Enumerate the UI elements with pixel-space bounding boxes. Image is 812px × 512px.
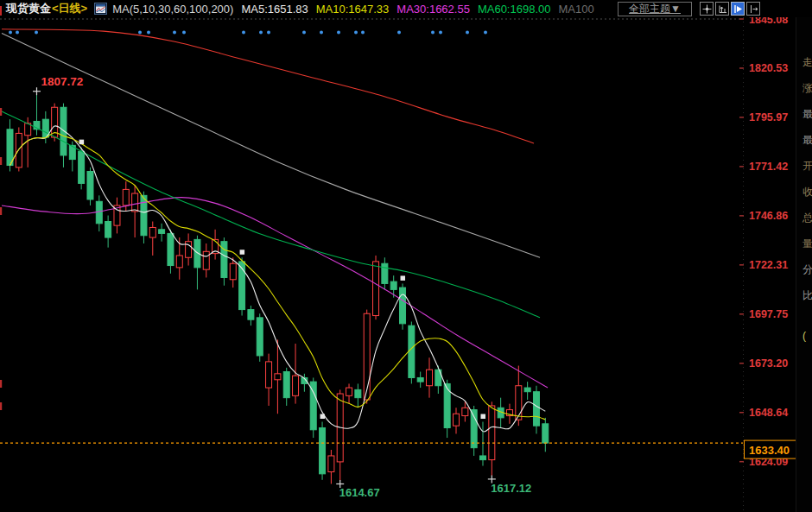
shift-right-icon[interactable] [746, 2, 760, 16]
event-dot [9, 31, 12, 35]
playback-icon[interactable] [731, 2, 745, 16]
candle-body [123, 189, 129, 205]
left-clipped-mark [0, 157, 2, 165]
clipped-quote-glyph: 开 [802, 159, 812, 174]
candle-body [454, 414, 460, 426]
axis-label: 1697.75 [749, 308, 788, 320]
candle-marker [79, 140, 85, 145]
candle-body [275, 374, 281, 380]
axis-label: 1746.86 [749, 210, 788, 222]
period-label: <日线> [52, 1, 87, 16]
ma-settings-label: MA(5,10,30,60,100,200) [112, 3, 233, 16]
candle-body [542, 424, 549, 443]
candle-body [328, 456, 334, 472]
clipped-quote-glyph: 最 [802, 107, 812, 122]
candle-body [320, 427, 326, 473]
axis-label: 1845.08 [749, 17, 788, 26]
ma-value-label: MA5:1651.83 [241, 3, 308, 16]
candle-body [221, 242, 227, 278]
candle-marker [320, 414, 326, 420]
event-dot [35, 31, 38, 35]
candle-body [400, 288, 406, 324]
clipped-quote-glyph: 量 [802, 237, 812, 251]
clipped-quote-glyph: 分 [802, 262, 812, 277]
current-price-value: 1633.40 [749, 444, 790, 457]
clipped-quote-glyph: 收 [802, 185, 812, 199]
candle-body [516, 386, 522, 420]
event-dot [361, 31, 365, 35]
candle-body [373, 262, 379, 316]
axis-label: 1673.20 [749, 357, 788, 370]
event-dot [337, 31, 340, 35]
candle-body [471, 410, 477, 448]
event-dot [242, 31, 245, 35]
axis-tick [739, 117, 744, 118]
ma-value-label: MA10:1647.33 [316, 3, 390, 16]
left-clipped-mark [0, 402, 2, 410]
left-clipped-mark [0, 108, 2, 116]
candle-body [176, 256, 182, 268]
axis-tick [739, 461, 744, 463]
chart-toolbar [700, 2, 760, 16]
theme-selector-button[interactable]: 全部主题▼ [618, 2, 692, 16]
event-dot [147, 31, 150, 35]
candle-body [230, 263, 236, 280]
clipped-quote-glyph: 走 [802, 55, 812, 70]
axis-tick [739, 264, 744, 266]
event-dot [173, 31, 176, 35]
ma-value-label: MA60:1698.00 [478, 3, 551, 16]
axis-label: 1795.97 [749, 111, 788, 123]
event-dot [16, 31, 19, 35]
axis-label: 1648.64 [749, 407, 788, 419]
event-dot [484, 31, 487, 35]
candle-body [524, 388, 530, 392]
candle-body [444, 383, 450, 427]
clipped-quote-glyph: 总 [802, 211, 812, 225]
axis-tick [739, 67, 744, 69]
axis-label: 1722.31 [749, 259, 788, 271]
candlestick-chart[interactable]: 1845.081820.531795.971771.421746.861722.… [0, 17, 812, 512]
candle-body [132, 193, 138, 212]
axis-tick [739, 18, 744, 20]
candle-body [105, 222, 111, 238]
price-annotation: 1617.12 [491, 482, 531, 495]
candle-body [462, 408, 468, 415]
candle-body [159, 230, 165, 234]
axis-scale-icon[interactable] [715, 2, 729, 16]
price-annotation: 1807.72 [41, 75, 83, 88]
candle-body [364, 313, 370, 400]
price-annotation: 1614.67 [339, 486, 380, 499]
candle-body [533, 392, 539, 426]
candle-body [60, 107, 67, 155]
candle-body [96, 201, 102, 224]
candle-body [283, 372, 289, 398]
crosshair-icon[interactable] [700, 2, 714, 16]
candle-body [257, 318, 263, 356]
axis-tick [739, 313, 744, 315]
ma-value-label: MA100 [558, 3, 593, 16]
event-dot [267, 31, 270, 35]
axis-tick [739, 363, 744, 364]
candle-body [427, 370, 433, 386]
event-dot [354, 31, 358, 35]
candle-body [479, 456, 485, 460]
left-clipped-mark [0, 207, 2, 215]
candle-body [149, 227, 155, 237]
symbol-title: 现货黄金 [6, 1, 51, 16]
candle-body [409, 326, 415, 377]
candle-body [390, 281, 396, 289]
mini-chart-icon[interactable] [94, 3, 107, 15]
candle-body [248, 310, 254, 320]
clipped-quote-glyph: ( [802, 330, 806, 342]
candle-body [87, 172, 93, 199]
candle-marker [480, 414, 485, 420]
event-dot [397, 31, 401, 35]
event-dot [439, 31, 442, 35]
clipped-quote-glyph: 涨 [802, 81, 812, 96]
event-dot [302, 31, 306, 35]
candle-body [355, 389, 361, 397]
left-edge-marker [0, 6, 2, 16]
ma-line-ma30 [2, 198, 548, 388]
left-clipped-mark [0, 380, 2, 388]
event-dots [9, 31, 487, 35]
